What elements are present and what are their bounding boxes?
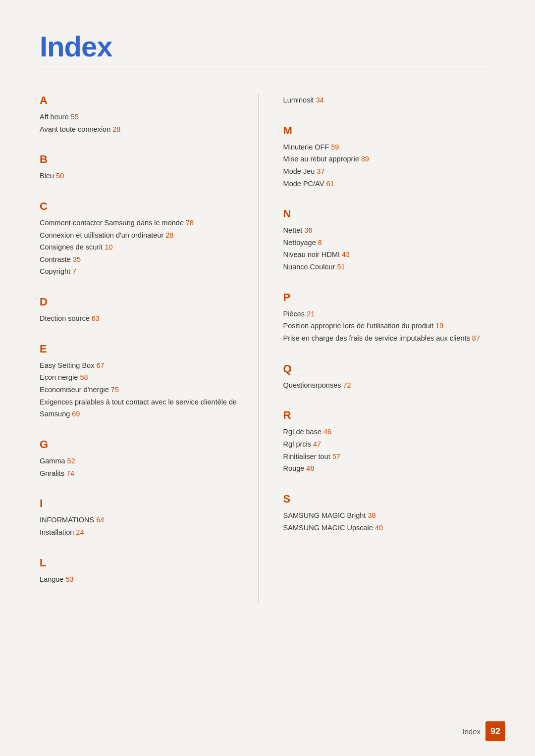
- index-entry: Nuance Couleur 51: [283, 261, 495, 273]
- page-number: 21: [307, 310, 315, 318]
- title-divider: [40, 69, 495, 69]
- page-number: 89: [361, 155, 369, 163]
- page-number: 52: [67, 457, 75, 465]
- index-entry: Nettoyage 8: [283, 237, 495, 249]
- footer-label: Index: [462, 727, 481, 736]
- index-section: NNettet 36Nettoyage 8Niveau noir HDMI 43…: [283, 207, 495, 273]
- index-section: CComment contacter Samsung dans le monde…: [40, 200, 243, 278]
- page-number: 8: [318, 239, 322, 247]
- index-entry: Bleu 50: [40, 170, 243, 182]
- index-entry: Consignes de scurit 10: [40, 241, 243, 253]
- section-letter: P: [283, 291, 495, 304]
- page-number: 28: [165, 231, 173, 239]
- index-section: BBleu 50: [40, 153, 243, 182]
- index-entry: Mise au rebut approprie 89: [283, 153, 495, 165]
- index-entry: Copyright 7: [40, 265, 243, 278]
- index-entry: Rgl de base 46: [283, 426, 495, 438]
- index-entry: Rinitialiser tout 57: [283, 451, 495, 463]
- page-number: 63: [92, 314, 100, 322]
- page-number: 74: [66, 469, 74, 477]
- page-number: 40: [375, 524, 383, 532]
- index-entry: Rgl prcis 47: [283, 438, 495, 451]
- page-number: 51: [337, 263, 345, 271]
- index-entry: Gamma 52: [40, 455, 243, 467]
- section-letter: L: [40, 556, 243, 569]
- footer: Index 92: [462, 721, 505, 741]
- section-letter: B: [40, 153, 243, 166]
- index-entry: Mode Jeu 37: [283, 165, 495, 178]
- page-number: 36: [304, 226, 312, 234]
- index-section: IINFORMATIONS 64Installation 24: [40, 497, 243, 538]
- left-column: AAff heure 55Avant toute connexion 28BBl…: [40, 94, 259, 603]
- index-entry: Dtection source 63: [40, 312, 243, 325]
- page-number: 53: [65, 575, 73, 583]
- index-entry: Pièces 21: [283, 308, 495, 320]
- index-entry: Minuterie OFF 59: [283, 141, 495, 153]
- footer-page: 92: [485, 721, 505, 741]
- page-number: 7: [72, 267, 76, 275]
- index-entry: Position approprie lors de l'utilisation…: [283, 320, 495, 332]
- index-section: QQuestionsrponses 72: [283, 362, 495, 392]
- page-number: 69: [72, 410, 80, 418]
- index-section: GGamma 52Gnralits 74: [40, 438, 243, 479]
- section-letter: E: [40, 343, 243, 355]
- index-entry: Comment contacter Samsung dans le monde …: [40, 217, 243, 229]
- index-entry: Luminosit 34: [283, 94, 495, 106]
- page-number: 19: [435, 322, 443, 330]
- index-section: Luminosit 34: [283, 94, 495, 106]
- index-entry: Aff heure 55: [40, 111, 243, 123]
- index-section: PPièces 21Position approprie lors de l'u…: [283, 291, 495, 345]
- section-letter: G: [40, 438, 243, 451]
- index-entry: Gnralits 74: [40, 467, 243, 480]
- index-entry: SAMSUNG MAGIC Bright 38: [283, 509, 495, 522]
- page-number: 59: [331, 143, 339, 151]
- index-section: SSAMSUNG MAGIC Bright 38SAMSUNG MAGIC Up…: [283, 493, 495, 534]
- page-number: 67: [96, 361, 104, 369]
- index-entry: INFORMATIONS 64: [40, 514, 243, 526]
- page-number: 10: [105, 243, 112, 251]
- index-entry: Questionsrponses 72: [283, 379, 495, 392]
- page-number: 50: [56, 172, 64, 180]
- page-number: 58: [80, 373, 88, 381]
- page-number: 38: [368, 511, 375, 519]
- page-number: 87: [472, 334, 480, 342]
- index-section: DDtection source 63: [40, 296, 243, 325]
- index-entry: Contraste 35: [40, 253, 243, 266]
- page-title: Index: [40, 30, 495, 63]
- index-section: EEasy Setting Box 67Econ nergie 58Econom…: [40, 343, 243, 420]
- index-entry: Niveau noir HDMI 43: [283, 249, 495, 261]
- section-letter: D: [40, 296, 243, 308]
- index-entry: Exigences pralables à tout contact avec …: [40, 396, 243, 420]
- page-number: 35: [73, 255, 81, 263]
- page-number: 72: [343, 381, 351, 389]
- section-letter: Q: [283, 362, 495, 375]
- page-number: 37: [317, 167, 324, 175]
- index-section: LLangue 53: [40, 556, 243, 586]
- page-number: 75: [111, 386, 119, 394]
- index-entry: Langue 53: [40, 573, 243, 586]
- index-entry: Avant toute connexion 28: [40, 123, 243, 136]
- index-entry: Rouge 48: [283, 462, 495, 475]
- page-number: 64: [96, 516, 104, 524]
- index-entry: Economiseur d'nergie 75: [40, 384, 243, 396]
- section-letter: C: [40, 200, 243, 213]
- page-number: 46: [323, 428, 331, 436]
- index-entry: Mode PC/AV 61: [283, 178, 495, 190]
- page-number: 34: [316, 96, 324, 104]
- index-entry: Connexion et utilisation d'un ordinateur…: [40, 229, 243, 242]
- page-number: 55: [71, 113, 79, 121]
- section-letter: S: [283, 493, 495, 505]
- index-section: AAff heure 55Avant toute connexion 28: [40, 94, 243, 135]
- index-entry: Easy Setting Box 67: [40, 359, 243, 372]
- page-number: 48: [306, 464, 314, 472]
- columns-wrapper: AAff heure 55Avant toute connexion 28BBl…: [40, 94, 495, 603]
- index-entry: Econ nergie 58: [40, 371, 243, 384]
- section-letter: M: [283, 124, 495, 137]
- page-number: 78: [186, 219, 194, 227]
- page-number: 28: [112, 125, 120, 133]
- index-entry: Nettet 36: [283, 224, 495, 237]
- right-column: Luminosit 34MMinuterie OFF 59Mise au reb…: [259, 94, 495, 603]
- section-letter: R: [283, 409, 495, 422]
- index-entry: Prise en charge des frais de service imp…: [283, 332, 495, 345]
- page-number: 61: [326, 180, 334, 188]
